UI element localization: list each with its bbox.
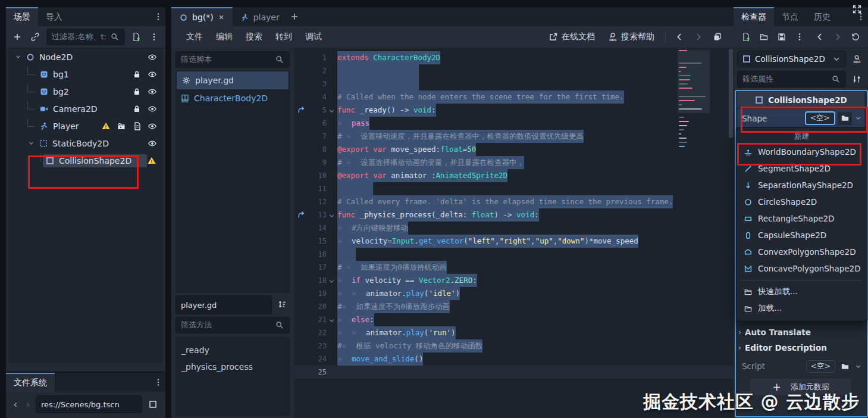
fs-back-button[interactable]: ‹ (11, 398, 20, 410)
shape-value-button[interactable]: <空> (805, 111, 835, 125)
fs-forward-button[interactable]: › (23, 398, 33, 410)
script-forward-button[interactable] (691, 29, 706, 45)
script-item-characterbody2d[interactable]: DOCCharacterBody2D (176, 89, 290, 107)
popup-item-快速加载[interactable]: 快速加载... (737, 283, 867, 300)
add-node-button[interactable] (11, 29, 24, 45)
scripts-filter-input[interactable]: 筛选脚本 (176, 51, 290, 68)
menu-转到[interactable]: 转到 (269, 32, 299, 42)
sort-methods-button[interactable] (274, 295, 290, 313)
eye-icon[interactable] (148, 52, 157, 62)
code-line-10[interactable]: 10@export var animator :AnimatedSprite2D (294, 169, 734, 182)
close-icon[interactable] (218, 14, 225, 21)
popup-item-circleshape2d[interactable]: CircleShape2D (737, 194, 867, 210)
expand-editor-button[interactable] (852, 4, 862, 17)
code-line-20[interactable]: 20#»如果速度不为0播放跑步动画 (294, 300, 734, 313)
inspector-options-button[interactable] (849, 71, 864, 87)
scene-menu-button[interactable] (151, 7, 165, 26)
tab-bg-[interactable]: bg(*) (171, 7, 233, 26)
search-help-button[interactable]: DOC搜索帮助 (603, 32, 659, 42)
code-editor[interactable]: 1extends CharacterBody2D234# Called when… (294, 48, 734, 418)
code-line-9[interactable]: 9# »设置选择播放动画的变量，并且暴露在检查器中， (294, 156, 734, 169)
eye-icon[interactable] (148, 104, 157, 114)
code-line-21[interactable]: 21»else: (294, 313, 734, 326)
code-line-16[interactable]: 16 (294, 248, 734, 261)
code-line-6[interactable]: 6»pass (294, 117, 734, 130)
code-minimap[interactable] (679, 50, 709, 193)
menu-文件[interactable]: 文件 (180, 32, 209, 42)
script-load-button[interactable] (838, 360, 852, 373)
popup-item-worldboundaryshape2d[interactable]: WorldBoundaryShape2D (737, 144, 867, 160)
load-resource-button[interactable] (756, 29, 772, 45)
popup-item-separationrayshape2d[interactable]: SeparationRayShape2D (737, 177, 867, 194)
tab-导入[interactable]: 导入 (38, 7, 70, 26)
tab-场景[interactable]: 场景 (6, 7, 38, 26)
inspector-back-button[interactable] (812, 29, 828, 45)
popup-item-加载[interactable]: 加载... (737, 300, 867, 317)
popup-item-convexpolygonshape2d[interactable]: ConvexPolygonShape2D (737, 244, 867, 260)
tab-历史[interactable]: 历史 (806, 7, 838, 26)
tree-item-staticbody2d[interactable]: StaticBody2D (8, 135, 163, 152)
tree-item-bg2[interactable]: bg2 (8, 83, 163, 100)
attach-script-button[interactable] (130, 29, 143, 45)
fs-split-mode-button[interactable] (145, 397, 161, 412)
code-line-17[interactable]: 17# »如果速度为0播放待机动画 (294, 261, 734, 274)
new-resource-button[interactable] (738, 29, 754, 45)
eye-icon[interactable] (148, 139, 157, 148)
scene-filter-input[interactable]: 过滤器:名称、t: (46, 29, 125, 45)
tree-item-camera2d[interactable]: Camera2D (8, 100, 163, 117)
code-line-19[interactable]: 19»»animator.play('idle') (294, 287, 734, 300)
section-auto-translate[interactable]: › Auto Translate (738, 325, 863, 339)
inspector-history-button[interactable] (848, 29, 863, 45)
tree-item-bg1[interactable]: bg1 (8, 65, 163, 83)
tab-filesystem[interactable]: 文件系统 (6, 373, 55, 392)
popup-item-segmentshape2d[interactable]: SegmentShape2D (737, 160, 867, 177)
open-docs-button[interactable]: DOC (849, 51, 864, 67)
code-line-23[interactable]: 23#»根据 velocity 移动角色的移动函数 (294, 339, 734, 353)
save-resource-button[interactable] (774, 29, 789, 45)
code-line-13[interactable]: 13func _physics_process(_delta: float) -… (294, 208, 734, 222)
code-line-25[interactable]: 25 (294, 366, 734, 379)
eye-icon[interactable] (148, 87, 157, 96)
script-item-player.gd[interactable]: player.gd (177, 71, 289, 89)
chevron-down-icon[interactable] (854, 363, 862, 370)
method-item-_physics_process[interactable]: _physics_process (181, 358, 284, 375)
scene-menu-button[interactable] (148, 29, 161, 45)
inspector-forward-button[interactable] (830, 29, 845, 45)
code-line-14[interactable]: 14»#方向键映射移动 (294, 222, 734, 235)
tab-player[interactable]: player (233, 7, 287, 26)
code-line-4[interactable]: 4# Called when the node enters the scene… (294, 91, 734, 104)
menu-编辑[interactable]: 编辑 (209, 32, 239, 42)
property-filter-input[interactable]: 筛选属性 (737, 71, 846, 88)
code-line-1[interactable]: 1extends CharacterBody2D (294, 51, 734, 64)
popup-item-concavepolygonshape2d[interactable]: ConcavePolygonShape2D (737, 260, 867, 277)
eye-icon[interactable] (148, 70, 157, 79)
menu-调试[interactable]: 调试 (299, 32, 328, 42)
tree-item-player[interactable]: Player (8, 117, 163, 135)
filesystem-menu-button[interactable] (151, 373, 165, 392)
methods-filter-input[interactable]: 筛选方法 (176, 317, 290, 333)
shape-load-button[interactable] (838, 112, 852, 125)
menu-搜索[interactable]: 搜索 (239, 32, 269, 42)
code-line-11[interactable]: 11 (294, 182, 734, 195)
expander-arrow-icon[interactable] (27, 139, 36, 147)
new-tab-button[interactable] (287, 7, 302, 26)
current-script-field[interactable]: player.gd (176, 295, 272, 314)
script-value-button[interactable]: <空> (806, 360, 835, 373)
section-editor-description[interactable]: › Editor Description (738, 341, 863, 355)
chevron-down-icon[interactable] (854, 114, 862, 122)
code-line-3[interactable]: 3 (294, 77, 734, 91)
code-scrollbar[interactable] (729, 49, 733, 138)
popup-item-rectangleshape2d[interactable]: RectangleShape2D (737, 210, 867, 227)
code-line-7[interactable]: 7# »设置移动速度，并且暴露在检查器中，检查器的数值设置优先级更高 (294, 130, 734, 143)
code-line-2[interactable]: 2 (294, 64, 734, 77)
code-line-12[interactable]: 12# Called every frame. 'delta' is the e… (294, 195, 734, 208)
scripts-panel-toggle-button[interactable] (710, 29, 725, 45)
tab-检查器[interactable]: 检查器 (734, 7, 774, 26)
code-line-24[interactable]: 24»move_and_slide() (294, 353, 734, 366)
tree-item-collisionshape2d[interactable]: CollisionShape2D (8, 152, 163, 169)
expander-arrow-icon[interactable] (14, 53, 23, 61)
code-line-8[interactable]: 8@export var move_speed:float=50 (294, 143, 734, 156)
instance-scene-link-button[interactable] (29, 29, 42, 45)
code-line-22[interactable]: 22»»animator.play('run') (294, 326, 734, 339)
script-back-button[interactable] (672, 29, 687, 45)
